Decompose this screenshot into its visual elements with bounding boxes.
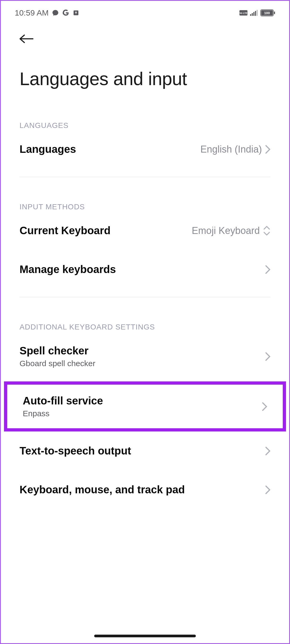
languages-value: English (India) xyxy=(200,144,262,155)
gesture-bar[interactable] xyxy=(94,635,196,637)
current-keyboard-item[interactable]: Current Keyboard Emoji Keyboard xyxy=(1,211,289,250)
manage-keyboards-label: Manage keyboards xyxy=(20,263,116,275)
highlight-annotation: Auto-fill service Enpass xyxy=(4,381,286,431)
svg-rect-3 xyxy=(250,14,251,16)
chevron-right-icon xyxy=(262,402,267,411)
back-button[interactable] xyxy=(20,33,35,44)
chevron-right-icon xyxy=(265,352,270,361)
status-right: Vo LTE 100 xyxy=(239,9,275,16)
status-left: 10:59 AM xyxy=(15,8,79,17)
chevron-right-icon xyxy=(265,265,270,274)
svg-text:Vo LTE: Vo LTE xyxy=(239,12,247,14)
svg-rect-7 xyxy=(257,10,258,16)
current-keyboard-label: Current Keyboard xyxy=(20,225,110,237)
section-header-languages: LANGUAGES xyxy=(1,89,289,130)
languages-item[interactable]: Languages English (India) xyxy=(1,130,289,169)
sort-icon xyxy=(263,226,270,236)
upload-icon xyxy=(73,10,79,16)
chevron-right-icon xyxy=(265,485,270,494)
autofill-sub: Enpass xyxy=(23,409,103,418)
signal-icon xyxy=(250,10,258,16)
chat-icon xyxy=(52,9,59,16)
page-title: Languages and input xyxy=(1,44,289,89)
chevron-right-icon xyxy=(265,145,270,154)
kmt-label: Keyboard, mouse, and track pad xyxy=(20,484,185,496)
spell-checker-sub: Gboard spell checker xyxy=(20,359,95,368)
svg-text:100: 100 xyxy=(264,11,270,15)
svg-rect-6 xyxy=(255,11,256,16)
kmt-item[interactable]: Keyboard, mouse, and track pad xyxy=(1,470,289,509)
tts-item[interactable]: Text-to-speech output xyxy=(1,431,289,470)
languages-label: Languages xyxy=(20,143,76,155)
google-icon xyxy=(62,9,70,17)
nav-row xyxy=(1,23,289,44)
section-header-additional: ADDITIONAL KEYBOARD SETTINGS xyxy=(1,297,289,331)
svg-rect-4 xyxy=(252,13,253,16)
svg-rect-5 xyxy=(253,12,254,16)
tts-label: Text-to-speech output xyxy=(20,445,131,457)
arrow-left-icon xyxy=(20,34,33,44)
autofill-label: Auto-fill service xyxy=(23,395,103,407)
current-keyboard-value: Emoji Keyboard xyxy=(192,225,260,236)
chevron-right-icon xyxy=(265,446,270,456)
section-header-input-methods: INPUT METHODS xyxy=(1,177,289,211)
manage-keyboards-item[interactable]: Manage keyboards xyxy=(1,250,289,289)
spell-checker-item[interactable]: Spell checker Gboard spell checker xyxy=(1,331,289,381)
autofill-item[interactable]: Auto-fill service Enpass xyxy=(7,385,283,428)
status-bar: 10:59 AM Vo LTE 100 xyxy=(1,1,289,23)
svg-rect-10 xyxy=(274,12,275,14)
battery-icon: 100 xyxy=(260,9,275,16)
volte-icon: Vo LTE xyxy=(239,10,247,16)
status-time: 10:59 AM xyxy=(15,8,49,17)
spell-checker-label: Spell checker xyxy=(20,345,95,357)
